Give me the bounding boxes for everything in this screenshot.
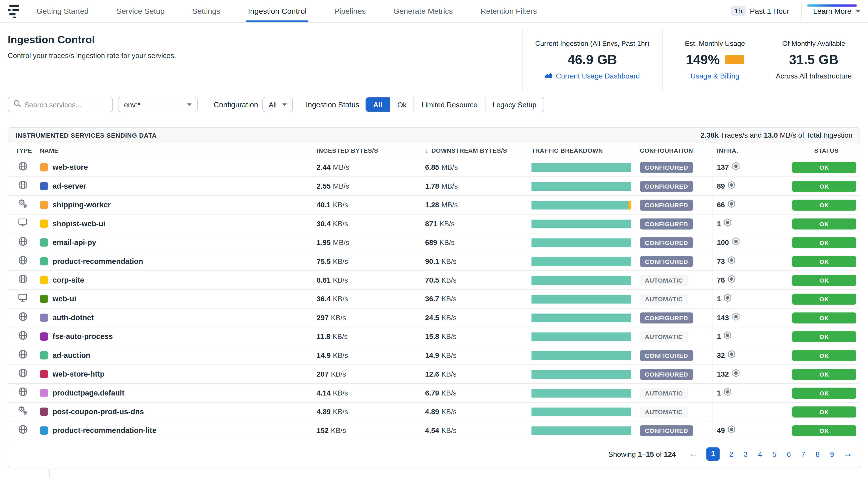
traffic-segment bbox=[531, 295, 631, 303]
infra-cell[interactable]: 73 bbox=[712, 252, 792, 271]
col-configuration[interactable]: CONFIGURATION bbox=[632, 143, 712, 158]
col-ingested-bytes[interactable]: INGESTED BYTES/S bbox=[309, 143, 417, 158]
table-row[interactable]: productpage.default 4.14KB/s 6.79KB/s AU… bbox=[8, 384, 860, 403]
status-badge: OK bbox=[792, 256, 857, 267]
env-filter-dropdown[interactable]: env:* bbox=[118, 97, 197, 112]
ingested-bytes-cell: 14.9KB/s bbox=[309, 346, 417, 365]
table-row[interactable]: ad-auction 14.9KB/s 14.9KB/s CONFIGURED … bbox=[8, 346, 860, 365]
downstream-bytes-cell: 4.54KB/s bbox=[417, 421, 524, 440]
infra-host-count: 137 bbox=[717, 163, 729, 172]
filter-bar: env:* Configuration All Ingestion Status… bbox=[8, 97, 860, 112]
infra-cell[interactable]: 132 bbox=[712, 365, 792, 383]
page-7[interactable]: 7 bbox=[800, 450, 806, 458]
infra-cell[interactable]: 1 bbox=[712, 215, 792, 233]
time-range-badge[interactable]: 1h bbox=[731, 6, 745, 16]
service-color-swatch bbox=[40, 313, 48, 322]
service-color-swatch bbox=[40, 370, 48, 378]
page-5[interactable]: 5 bbox=[772, 450, 777, 458]
ingested-bytes-cell: 152KB/s bbox=[309, 421, 417, 440]
col-infra[interactable]: INFRA. bbox=[712, 143, 792, 158]
traffic-segment bbox=[531, 370, 631, 378]
arrow-right-icon[interactable]: → bbox=[843, 448, 852, 459]
status-badge: OK bbox=[792, 237, 857, 248]
downstream-bytes-cell: 15.8KB/s bbox=[417, 327, 524, 346]
configuration-badge: CONFIGURED bbox=[640, 256, 693, 267]
downstream-bytes-cell: 1.28MB/s bbox=[417, 196, 524, 214]
tab-getting-started[interactable]: Getting Started bbox=[37, 0, 89, 22]
infra-cell[interactable]: 76 bbox=[712, 271, 792, 289]
ingestion-status-limited-resource[interactable]: Limited Resource bbox=[414, 97, 485, 112]
status-badge: OK bbox=[792, 218, 857, 229]
table-row[interactable]: web-store-http 207KB/s 12.6KB/s CONFIGUR… bbox=[8, 365, 860, 384]
col-name[interactable]: NAME bbox=[32, 143, 309, 158]
configuration-badge: CONFIGURED bbox=[640, 218, 693, 229]
infra-host-count: 1 bbox=[717, 389, 721, 397]
infra-cell[interactable]: 143 bbox=[712, 309, 792, 327]
page-2[interactable]: 2 bbox=[728, 450, 734, 458]
tab-pipelines[interactable]: Pipelines bbox=[334, 0, 366, 22]
status-badge: OK bbox=[792, 406, 857, 417]
page-6[interactable]: 6 bbox=[786, 450, 792, 458]
page-1[interactable]: 1 bbox=[706, 447, 720, 461]
table-row[interactable]: auth-dotnet 297KB/s 24.5KB/s CONFIGURED … bbox=[8, 309, 860, 327]
col-type[interactable]: TYPE bbox=[16, 143, 32, 158]
tab-ingestion-control[interactable]: Ingestion Control bbox=[248, 0, 307, 22]
hexagon-icon bbox=[728, 256, 735, 267]
service-name: product-recommendation-lite bbox=[53, 427, 156, 435]
page-8[interactable]: 8 bbox=[815, 450, 820, 458]
table-row[interactable]: email-api-py 1.95MB/s 689KB/s CONFIGURED… bbox=[8, 233, 860, 252]
page-3[interactable]: 3 bbox=[743, 450, 748, 458]
tab-retention-filters[interactable]: Retention Filters bbox=[480, 0, 537, 22]
service-name: web-ui bbox=[53, 295, 76, 303]
page-9[interactable]: 9 bbox=[829, 450, 835, 458]
table-row[interactable]: product-recommendation-lite 152KB/s 4.54… bbox=[8, 421, 860, 440]
infra-cell[interactable] bbox=[712, 403, 792, 421]
table-row[interactable]: web-store 2.44MB/s 6.85MB/s CONFIGURED 1… bbox=[8, 158, 860, 177]
tab-generate-metrics[interactable]: Generate Metrics bbox=[393, 0, 453, 22]
infra-cell[interactable]: 100 bbox=[712, 233, 792, 251]
table-row[interactable]: corp-site 8.61KB/s 70.5KB/s AUTOMATIC 76… bbox=[8, 271, 860, 290]
tab-service-setup[interactable]: Service Setup bbox=[116, 0, 164, 22]
traffic-segment bbox=[531, 182, 631, 191]
table-row[interactable]: fse-auto-process 11.8KB/s 15.8KB/s AUTOM… bbox=[8, 327, 860, 346]
page-4[interactable]: 4 bbox=[757, 450, 763, 458]
stat-current-ingestion: Current Ingestion (All Envs, Past 1hr) 4… bbox=[522, 29, 662, 91]
infra-cell[interactable]: 89 bbox=[712, 177, 792, 195]
configuration-badge: CONFIGURED bbox=[640, 369, 693, 380]
stat-monthly-available: Of Monthly Available 31.5 GB Across All … bbox=[767, 29, 860, 91]
table-row[interactable]: shipping-worker 40.1KB/s 1.28MB/s CONFIG… bbox=[8, 196, 860, 214]
time-range-label[interactable]: Past 1 Hour bbox=[750, 7, 789, 15]
learn-more-button[interactable]: Learn More bbox=[813, 7, 860, 15]
tab-settings[interactable]: Settings bbox=[192, 0, 220, 22]
hexagon-icon bbox=[728, 181, 735, 192]
table-row[interactable]: ad-server 2.55MB/s 1.78MB/s CONFIGURED 8… bbox=[8, 177, 860, 196]
col-status[interactable]: STATUS bbox=[792, 143, 861, 158]
infra-cell[interactable]: 137 bbox=[712, 158, 792, 176]
status-badge: OK bbox=[792, 199, 857, 210]
table-row[interactable]: shopist-web-ui 30.4KB/s 871KB/s CONFIGUR… bbox=[8, 215, 860, 233]
infra-cell[interactable]: 66 bbox=[712, 196, 792, 214]
table-row[interactable]: web-ui 36.4KB/s 36.7KB/s AUTOMATIC 1 OK bbox=[8, 290, 860, 308]
infra-cell[interactable]: 1 bbox=[712, 290, 792, 308]
ingestion-status-legacy-setup[interactable]: Legacy Setup bbox=[485, 97, 544, 112]
globe-icon bbox=[18, 255, 28, 267]
table-row[interactable]: post-coupon-prod-us-dns 4.89KB/s 4.89KB/… bbox=[8, 403, 860, 421]
table-row[interactable]: product-recommendation 75.5KB/s 90.1KB/s… bbox=[8, 252, 860, 271]
traffic-bar bbox=[531, 332, 631, 341]
ingestion-status-ok[interactable]: Ok bbox=[390, 97, 414, 112]
col-downstream-bytes[interactable]: ↓ DOWNSTREAM BYTES/S bbox=[417, 143, 524, 158]
ingestion-bars-icon[interactable] bbox=[8, 4, 21, 18]
infra-cell[interactable]: 1 bbox=[712, 327, 792, 346]
infra-cell[interactable]: 1 bbox=[712, 384, 792, 402]
usage-billing-link[interactable]: Usage & Billing bbox=[691, 72, 740, 80]
current-usage-dashboard-link[interactable]: Current Usage Dashboard bbox=[545, 72, 640, 80]
infra-cell[interactable]: 32 bbox=[712, 346, 792, 365]
configuration-filter-dropdown[interactable]: All bbox=[262, 97, 293, 112]
search-input[interactable] bbox=[24, 100, 107, 109]
globe-icon bbox=[18, 387, 28, 399]
arrow-left-icon[interactable]: ← bbox=[689, 448, 698, 459]
col-traffic-breakdown[interactable]: TRAFFIC BREAKDOWN bbox=[524, 143, 632, 158]
ingestion-status-all[interactable]: All bbox=[366, 97, 390, 112]
globe-icon bbox=[18, 162, 28, 173]
infra-cell[interactable]: 49 bbox=[712, 421, 792, 440]
